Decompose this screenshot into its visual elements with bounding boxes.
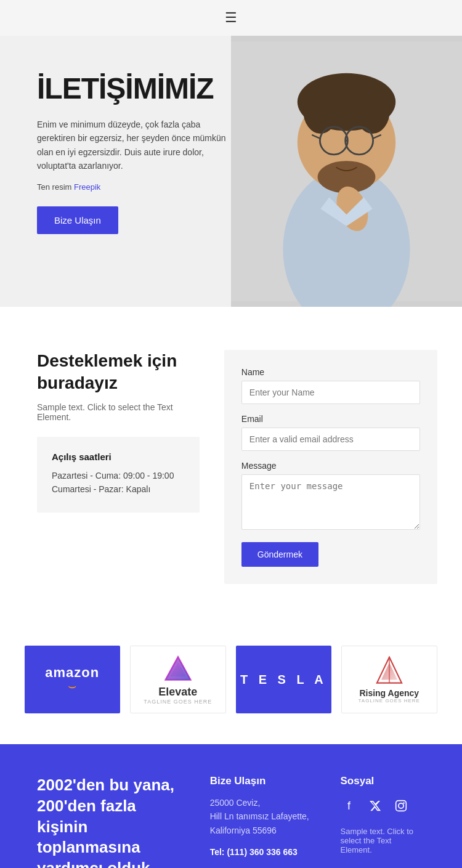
svg-point-21 [403,802,405,804]
rising-icon-svg [375,656,404,686]
hero-cta-button[interactable]: Bize Ulaşın [37,206,118,234]
elevate-name: Elevate [158,686,197,699]
footer-address: 25000 Ceviz,Hill Ln tanımsız Lafayette,K… [210,796,316,837]
name-field-group: Name [241,367,420,404]
footer-tel-label: Tel: [210,847,225,857]
tesla-text: T E S L A [240,673,327,687]
hours-box: Açılış saatleri Pazartesi - Cuma: 09:00 … [37,437,200,513]
navbar: ☰ [0,0,462,36]
svg-rect-19 [395,801,406,811]
hero-image [231,36,462,307]
email-label: Email [241,414,420,424]
hero-description: Enim ve minimum düzeyde, çok fazla çaba … [37,118,230,173]
svg-point-20 [398,803,403,808]
facebook-icon[interactable]: f [341,797,358,814]
message-textarea[interactable] [241,474,420,530]
contact-description: Sample text. Click to select the Text El… [37,402,200,422]
elevate-tag: TAGLINE GOES HERE [144,699,212,705]
footer-right: Sosyal f Sample text. Click to select th… [341,775,426,854]
footer-middle: Bize Ulaşın 25000 Ceviz,Hill Ln tanımsız… [210,775,316,857]
hero-section: İLETİŞİMİMİZ Enim ve minimum düzeyde, ço… [0,36,462,307]
name-input[interactable] [241,381,420,404]
hero-photo-credit: Ten resim Freepik [37,182,230,192]
hero-person-svg [231,36,462,307]
rising-logo-inner: Rising Agency TAGLINE GOES HERE [359,656,420,704]
contact-section: Desteklemek için buradayız Sample text. … [0,307,462,621]
contact-form: Name Email Message Göndermek [224,350,437,584]
logos-section: amazon ⌣ Elevate TAGLINE GOES HERE T E [0,621,462,744]
logo-amazon: amazon ⌣ [25,646,120,713]
footer-sample-text2: Sample text. Click to select the Text El… [341,827,426,854]
elevate-icon-svg [164,655,192,682]
footer-contact-title: Bize Ulaşın [210,775,316,787]
twitter-icon[interactable] [367,797,384,814]
message-label: Message [241,461,420,471]
logo-tesla: T E S L A [236,646,331,713]
contact-title: Desteklemek için buradayız [37,350,200,395]
social-icons-group: f [341,797,426,814]
email-field-group: Email [241,414,420,451]
hours-weekend: Cumartesi - Pazar: Kapalı [52,484,185,494]
footer-left: 2002'den bu yana, 200'den fazla kişinin … [37,775,185,868]
rising-agency-name: Rising Agency [359,688,419,698]
elevate-logo-inner: Elevate TAGLINE GOES HERE [144,655,212,705]
instagram-icon[interactable] [392,797,410,814]
hours-weekday: Pazartesi - Cuma: 09:00 - 19:00 [52,471,185,481]
footer: 2002'den bu yana, 200'den fazla kişinin … [0,744,462,868]
hero-title: İLETİŞİMİMİZ [37,73,230,105]
rising-tag: TAGLINE GOES HERE [359,698,420,704]
contact-left: Desteklemek için buradayız Sample text. … [37,350,200,584]
footer-social-title: Sosyal [341,775,426,787]
svg-marker-15 [165,657,190,679]
amazon-arrow: ⌣ [68,678,76,694]
footer-tel-number: (111) 360 336 663 [227,847,297,857]
email-input[interactable] [241,428,420,451]
freepik-link[interactable]: Freepik [74,182,100,192]
hours-title: Açılış saatleri [52,452,185,462]
logo-elevate: Elevate TAGLINE GOES HERE [130,646,227,713]
amazon-logo-inner: amazon ⌣ [45,665,99,694]
footer-tagline: 2002'den bu yana, 200'den fazla kişinin … [37,775,185,868]
hero-content: İLETİŞİMİMİZ Enim ve minimum düzeyde, ço… [0,36,254,307]
submit-button[interactable]: Göndermek [241,542,318,567]
message-field-group: Message [241,461,420,532]
menu-icon[interactable]: ☰ [225,10,237,26]
footer-tel: Tel: (111) 360 336 663 [210,847,316,857]
logo-rising: Rising Agency TAGLINE GOES HERE [341,646,438,713]
name-label: Name [241,367,420,377]
